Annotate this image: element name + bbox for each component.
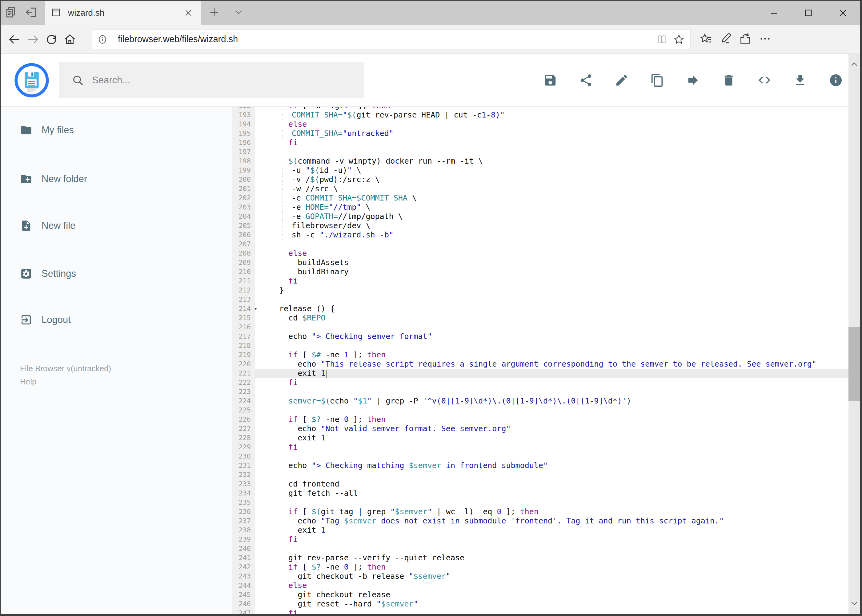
back-button[interactable] — [5, 28, 24, 50]
code-line[interactable]: 247 fi — [232, 609, 848, 614]
delete-button[interactable] — [722, 73, 736, 87]
ink-notes-button[interactable] — [716, 28, 736, 50]
share-browser-button[interactable] — [736, 28, 755, 50]
code-line[interactable]: 223 — [232, 387, 848, 396]
code-line[interactable]: 199-u "$(id -u)" \ — [232, 166, 848, 175]
code-line[interactable]: 194 else — [232, 119, 848, 129]
code-line[interactable]: 236 if [ $(git tag | grep "$semver" | wc… — [232, 507, 848, 516]
code-line[interactable]: 214▾release () { — [232, 304, 848, 313]
code-line[interactable]: 241 git rev-parse --verify --quiet relea… — [232, 553, 848, 563]
sidebar-item-my-files[interactable]: My files — [1, 123, 232, 138]
maximize-button[interactable] — [791, 1, 826, 25]
sidebar-item-new-folder[interactable]: New folder — [1, 171, 232, 187]
code-line[interactable]: 219 if [ $# -ne 1 ]; then — [232, 350, 848, 360]
scrollbar[interactable] — [848, 54, 860, 614]
code-line[interactable]: 239 fi — [232, 535, 848, 544]
code-line[interactable]: 200-v /$(pwd):/src:z \ — [232, 175, 848, 184]
browser-tab[interactable]: wizard.sh — [45, 1, 201, 25]
code-line[interactable]: 196 fi — [232, 138, 848, 147]
reading-view-icon[interactable] — [656, 33, 668, 45]
sidebar-item-settings[interactable]: Settings — [1, 266, 232, 281]
code-line[interactable]: 233 cd frontend — [232, 479, 848, 489]
move-button[interactable] — [686, 73, 700, 87]
close-window-button[interactable] — [826, 1, 860, 25]
code-line[interactable]: 217 echo "> Checking semver format" — [232, 332, 848, 341]
code-line[interactable]: 242 if [ $? -ne 0 ]; then — [232, 563, 848, 572]
code-line[interactable]: 229 fi — [232, 443, 848, 452]
code-line[interactable]: 208 else — [232, 249, 848, 258]
code-line[interactable]: 231 echo "> Checking matching $semver in… — [232, 461, 848, 470]
code-line[interactable]: 212} — [232, 286, 848, 295]
code-line[interactable]: 215 cd $REPO — [232, 313, 848, 323]
search-box[interactable] — [59, 62, 364, 98]
code-line[interactable]: 206sh -c "./wizard.sh -b" — [232, 230, 848, 240]
code-line[interactable]: 230 — [232, 452, 848, 461]
code-line[interactable]: 224 semver=$(echo "$1" | grep -P '^v(0|[… — [232, 396, 848, 405]
code-line[interactable]: 238 exit 1 — [232, 526, 848, 535]
code-line[interactable]: 213 — [232, 295, 848, 304]
code-line[interactable]: 205filebrowser/dev \ — [232, 221, 848, 230]
scroll-up-button[interactable] — [848, 56, 860, 73]
code-line[interactable]: 244 else — [232, 581, 848, 590]
code-line[interactable]: 234 git fetch --all — [232, 489, 848, 498]
filebrowser-logo[interactable] — [14, 63, 49, 97]
code-line[interactable]: 207 — [232, 240, 848, 249]
sidebar-item-logout[interactable]: Logout — [1, 312, 232, 327]
code-line[interactable]: 210 buildBinary — [232, 267, 848, 277]
code-line[interactable]: 197 — [232, 147, 848, 157]
sidebar-item-new-file[interactable]: New file — [1, 218, 232, 233]
code-line[interactable]: 245 git checkout release — [232, 590, 848, 599]
set-tabs-aside-button[interactable] — [21, 1, 41, 25]
code-line[interactable]: 209 buildAssets — [232, 258, 848, 267]
forward-button[interactable] — [24, 28, 42, 50]
home-button[interactable] — [61, 28, 79, 50]
scroll-down-button[interactable] — [848, 595, 860, 612]
refresh-button[interactable] — [42, 28, 61, 50]
code-line[interactable]: 204-e GOPATH=//tmp/gopath \ — [232, 212, 848, 221]
code-line[interactable]: 202-e COMMIT_SHA=$COMMIT_SHA \ — [232, 193, 848, 203]
code-line[interactable]: 240 — [232, 544, 848, 553]
code-line[interactable]: 203-e HOME="//tmp" \ — [232, 203, 848, 212]
help-link[interactable]: Help — [20, 377, 232, 387]
code-line[interactable]: 218 — [232, 341, 848, 350]
code-line[interactable]: 201-w //src \ — [232, 184, 848, 193]
code-line[interactable]: 246 git reset --hard "$semver" — [232, 599, 848, 609]
code-line[interactable]: 221 exit 1 — [232, 369, 848, 378]
code-line[interactable]: 243 git checkout -b release "$semver" — [232, 572, 848, 581]
code-line[interactable]: 235 — [232, 498, 848, 507]
scrollbar-thumb[interactable] — [848, 327, 860, 401]
code-line[interactable]: 222 fi — [232, 378, 848, 387]
tab-list-button[interactable] — [228, 1, 249, 25]
code-line[interactable]: 198 $(command -v winpty) docker run --rm… — [232, 157, 848, 166]
code-line[interactable]: 216 — [232, 323, 848, 332]
close-tab-icon[interactable] — [181, 6, 195, 20]
code-line[interactable]: 227 echo "Not valid semver format. See s… — [232, 424, 848, 433]
download-button[interactable] — [793, 73, 807, 87]
share-button[interactable] — [579, 73, 593, 87]
minimize-button[interactable] — [757, 1, 791, 25]
code-line[interactable]: 220 echo "This release script requires a… — [232, 360, 848, 369]
code-line[interactable]: 193COMMIT_SHA="$(git rev-parse HEAD | cu… — [232, 110, 848, 119]
rename-button[interactable] — [615, 73, 629, 87]
favorites-hub-button[interactable] — [696, 28, 716, 50]
code-line[interactable]: 192 if [ -d ".git" ]; then — [232, 107, 848, 110]
new-tab-button[interactable] — [201, 1, 228, 25]
fold-marker-icon[interactable]: ▾ — [254, 304, 257, 313]
address-bar[interactable]: filebrowser.web/files/wizard.sh — [92, 30, 690, 49]
code-line[interactable]: 232 — [232, 470, 848, 479]
code-line[interactable]: 195COMMIT_SHA="untracked" — [232, 129, 848, 138]
tab-preview-button[interactable] — [1, 1, 21, 25]
url-text[interactable]: filebrowser.web/files/wizard.sh — [118, 34, 656, 44]
code-line[interactable]: 211 fi — [232, 277, 848, 286]
code-line[interactable]: 226 if [ $? -ne 0 ]; then — [232, 415, 848, 424]
code-line[interactable]: 228 exit 1 — [232, 433, 848, 443]
more-options-button[interactable] — [755, 28, 775, 50]
code-line[interactable]: 225 — [232, 405, 848, 415]
save-button[interactable] — [543, 73, 557, 87]
info-button[interactable] — [829, 73, 843, 87]
code-view-button[interactable] — [757, 73, 772, 87]
search-input[interactable] — [92, 75, 364, 86]
code-line[interactable]: 237 echo "Tag $semver does not exist in … — [232, 516, 848, 526]
code-editor[interactable]: 192 if [ -d ".git" ]; then193COMMIT_SHA=… — [232, 107, 848, 614]
copy-button[interactable] — [650, 73, 664, 87]
